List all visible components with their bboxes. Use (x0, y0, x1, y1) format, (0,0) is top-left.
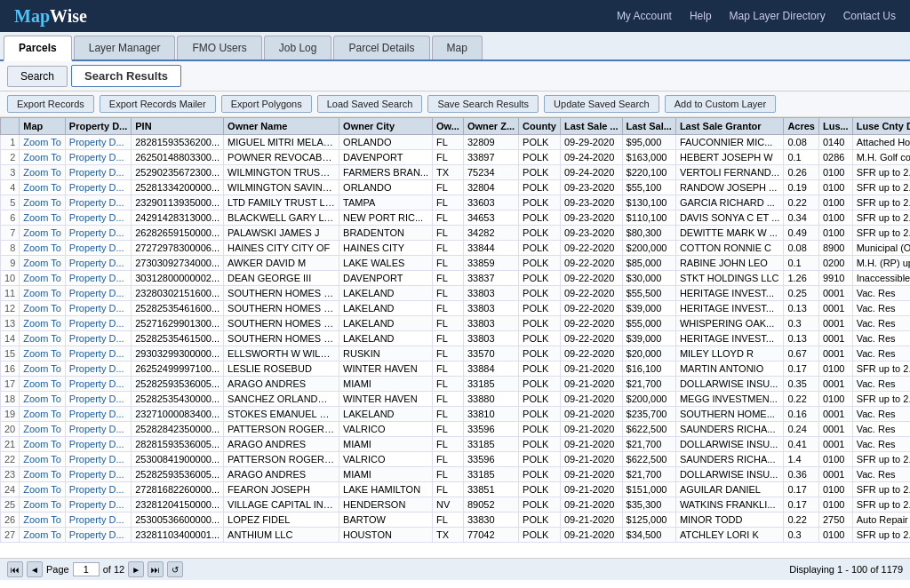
property-d-link[interactable]: Property D... (69, 409, 124, 419)
zoom-to-link[interactable]: Zoom To (23, 197, 61, 208)
zoom-to-cell[interactable]: Zoom To (20, 407, 66, 422)
export-records-mailer-button[interactable]: Export Records Mailer (100, 95, 216, 113)
load-saved-search-button[interactable]: Load Saved Search (317, 95, 423, 113)
zoom-to-cell[interactable]: Zoom To (20, 150, 66, 165)
zoom-to-link[interactable]: Zoom To (23, 212, 61, 223)
property-d-cell[interactable]: Property D... (65, 437, 131, 452)
zoom-to-cell[interactable]: Zoom To (20, 256, 66, 271)
zoom-to-cell[interactable]: Zoom To (20, 437, 66, 452)
zoom-to-link[interactable]: Zoom To (23, 137, 61, 147)
property-d-cell[interactable]: Property D... (65, 301, 131, 316)
property-d-cell[interactable]: Property D... (65, 482, 131, 497)
zoom-to-link[interactable]: Zoom To (23, 152, 61, 163)
tab-layer-manager[interactable]: Layer Manager (74, 36, 176, 60)
zoom-to-link[interactable]: Zoom To (23, 499, 61, 510)
zoom-to-link[interactable]: Zoom To (23, 333, 61, 344)
tab-fmo-users[interactable]: FMO Users (177, 36, 261, 60)
zoom-to-link[interactable]: Zoom To (23, 242, 61, 253)
search-button[interactable]: Search (7, 66, 68, 87)
tab-parcel-details[interactable]: Parcel Details (333, 36, 429, 60)
property-d-cell[interactable]: Property D... (65, 407, 131, 422)
zoom-to-cell[interactable]: Zoom To (20, 331, 66, 346)
property-d-link[interactable]: Property D... (69, 484, 124, 495)
next-page-button[interactable]: ► (128, 561, 144, 577)
property-d-link[interactable]: Property D... (69, 137, 124, 147)
property-d-link[interactable]: Property D... (69, 439, 124, 449)
property-d-link[interactable]: Property D... (69, 227, 124, 238)
property-d-link[interactable]: Property D... (69, 514, 124, 525)
export-records-button[interactable]: Export Records (7, 95, 94, 113)
zoom-to-cell[interactable]: Zoom To (20, 165, 66, 180)
property-d-cell[interactable]: Property D... (65, 377, 131, 392)
property-d-link[interactable]: Property D... (69, 378, 124, 389)
property-d-link[interactable]: Property D... (69, 499, 124, 510)
property-d-cell[interactable]: Property D... (65, 392, 131, 407)
zoom-to-link[interactable]: Zoom To (23, 303, 61, 314)
zoom-to-cell[interactable]: Zoom To (20, 346, 66, 362)
property-d-link[interactable]: Property D... (69, 242, 124, 253)
zoom-to-link[interactable]: Zoom To (23, 529, 61, 540)
property-d-cell[interactable]: Property D... (65, 316, 131, 331)
zoom-to-link[interactable]: Zoom To (23, 409, 61, 419)
zoom-to-cell[interactable]: Zoom To (20, 271, 66, 286)
zoom-to-cell[interactable]: Zoom To (20, 452, 66, 467)
property-d-cell[interactable]: Property D... (65, 256, 131, 271)
add-to-custom-layer-button[interactable]: Add to Custom Layer (665, 95, 776, 113)
zoom-to-cell[interactable]: Zoom To (20, 377, 66, 392)
property-d-cell[interactable]: Property D... (65, 513, 131, 528)
refresh-button[interactable]: ↺ (167, 561, 183, 577)
zoom-to-link[interactable]: Zoom To (23, 348, 61, 359)
zoom-to-cell[interactable]: Zoom To (20, 180, 66, 195)
nav-contact-us[interactable]: Contact Us (843, 10, 896, 22)
property-d-cell[interactable]: Property D... (65, 165, 131, 180)
property-d-cell[interactable]: Property D... (65, 331, 131, 346)
zoom-to-link[interactable]: Zoom To (23, 227, 61, 238)
property-d-link[interactable]: Property D... (69, 167, 124, 178)
zoom-to-link[interactable]: Zoom To (23, 469, 61, 480)
tab-parcels[interactable]: Parcels (4, 36, 72, 61)
zoom-to-link[interactable]: Zoom To (23, 258, 61, 268)
zoom-to-cell[interactable]: Zoom To (20, 316, 66, 331)
zoom-to-link[interactable]: Zoom To (23, 439, 61, 449)
property-d-cell[interactable]: Property D... (65, 286, 131, 301)
property-d-cell[interactable]: Property D... (65, 362, 131, 377)
zoom-to-cell[interactable]: Zoom To (20, 422, 66, 437)
property-d-link[interactable]: Property D... (69, 424, 124, 434)
zoom-to-link[interactable]: Zoom To (23, 182, 61, 193)
property-d-link[interactable]: Property D... (69, 393, 124, 404)
property-d-cell[interactable]: Property D... (65, 452, 131, 467)
zoom-to-link[interactable]: Zoom To (23, 378, 61, 389)
zoom-to-link[interactable]: Zoom To (23, 273, 61, 283)
zoom-to-link[interactable]: Zoom To (23, 454, 61, 465)
zoom-to-cell[interactable]: Zoom To (20, 362, 66, 377)
zoom-to-cell[interactable]: Zoom To (20, 513, 66, 528)
nav-help[interactable]: Help (690, 10, 712, 22)
zoom-to-cell[interactable]: Zoom To (20, 135, 66, 150)
nav-my-account[interactable]: My Account (617, 10, 672, 22)
zoom-to-cell[interactable]: Zoom To (20, 467, 66, 482)
property-d-link[interactable]: Property D... (69, 454, 124, 465)
property-d-link[interactable]: Property D... (69, 333, 124, 344)
nav-map-layer-directory[interactable]: Map Layer Directory (730, 10, 826, 22)
property-d-cell[interactable]: Property D... (65, 150, 131, 165)
first-page-button[interactable]: ⏮ (7, 561, 23, 577)
property-d-link[interactable]: Property D... (69, 469, 124, 480)
zoom-to-cell[interactable]: Zoom To (20, 482, 66, 497)
property-d-cell[interactable]: Property D... (65, 497, 131, 513)
property-d-link[interactable]: Property D... (69, 348, 124, 359)
zoom-to-cell[interactable]: Zoom To (20, 211, 66, 226)
property-d-cell[interactable]: Property D... (65, 195, 131, 211)
property-d-cell[interactable]: Property D... (65, 226, 131, 241)
tab-job-log[interactable]: Job Log (264, 36, 332, 60)
zoom-to-cell[interactable]: Zoom To (20, 301, 66, 316)
zoom-to-cell[interactable]: Zoom To (20, 392, 66, 407)
zoom-to-link[interactable]: Zoom To (23, 393, 61, 404)
property-d-link[interactable]: Property D... (69, 197, 124, 208)
property-d-cell[interactable]: Property D... (65, 346, 131, 362)
property-d-link[interactable]: Property D... (69, 258, 124, 268)
zoom-to-cell[interactable]: Zoom To (20, 195, 66, 211)
property-d-cell[interactable]: Property D... (65, 135, 131, 150)
property-d-link[interactable]: Property D... (69, 182, 124, 193)
property-d-cell[interactable]: Property D... (65, 422, 131, 437)
tab-map[interactable]: Map (432, 36, 483, 60)
